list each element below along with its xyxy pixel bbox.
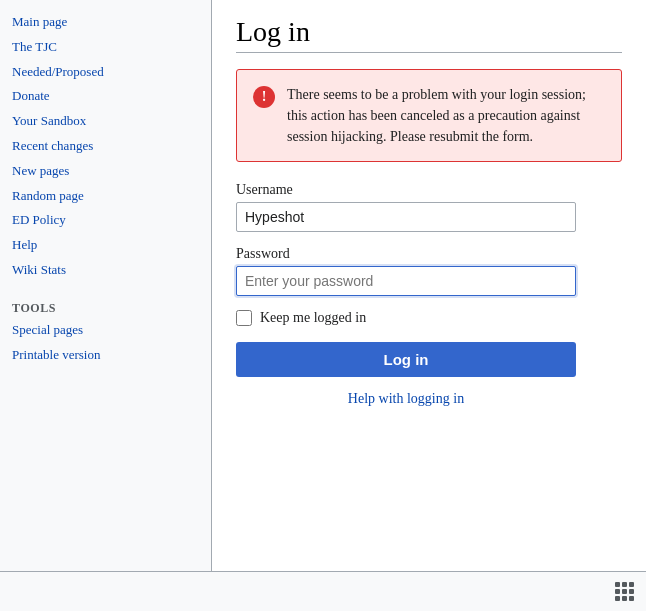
- login-form: Username Password Keep me logged in Log …: [236, 182, 622, 407]
- sidebar: Main page The TJC Needed/Proposed Donate…: [0, 0, 212, 571]
- tools-section-title: Tools: [0, 295, 211, 318]
- username-group: Username: [236, 182, 622, 232]
- grid-icon[interactable]: [615, 582, 634, 601]
- footer: [0, 571, 646, 611]
- sidebar-tools-section: Tools Special pages Printable version: [0, 295, 211, 368]
- sidebar-item-help[interactable]: Help: [0, 233, 211, 258]
- sidebar-nav-section: Main page The TJC Needed/Proposed Donate…: [0, 10, 211, 283]
- sidebar-item-random-page[interactable]: Random page: [0, 184, 211, 209]
- sidebar-item-the-tjc[interactable]: The TJC: [0, 35, 211, 60]
- help-with-logging-link[interactable]: Help with logging in: [236, 391, 576, 407]
- sidebar-item-special-pages[interactable]: Special pages: [0, 318, 211, 343]
- sidebar-item-recent-changes[interactable]: Recent changes: [0, 134, 211, 159]
- alert-box: ! There seems to be a problem with your …: [236, 69, 622, 162]
- username-label: Username: [236, 182, 622, 198]
- sidebar-item-donate[interactable]: Donate: [0, 84, 211, 109]
- username-input[interactable]: [236, 202, 576, 232]
- sidebar-item-needed-proposed[interactable]: Needed/Proposed: [0, 60, 211, 85]
- sidebar-item-wiki-stats[interactable]: Wiki Stats: [0, 258, 211, 283]
- login-button[interactable]: Log in: [236, 342, 576, 377]
- keep-logged-label[interactable]: Keep me logged in: [260, 310, 366, 326]
- password-label: Password: [236, 246, 622, 262]
- password-input[interactable]: [236, 266, 576, 296]
- alert-message: There seems to be a problem with your lo…: [287, 84, 605, 147]
- page-title: Log in: [236, 16, 622, 53]
- main-content: Log in ! There seems to be a problem wit…: [212, 0, 646, 571]
- sidebar-item-ed-policy[interactable]: ED Policy: [0, 208, 211, 233]
- alert-icon: !: [253, 86, 275, 108]
- keep-logged-checkbox[interactable]: [236, 310, 252, 326]
- sidebar-item-new-pages[interactable]: New pages: [0, 159, 211, 184]
- sidebar-item-your-sandbox[interactable]: Your Sandbox: [0, 109, 211, 134]
- sidebar-item-printable-version[interactable]: Printable version: [0, 343, 211, 368]
- password-group: Password: [236, 246, 622, 296]
- keep-logged-row: Keep me logged in: [236, 310, 622, 326]
- sidebar-item-main-page[interactable]: Main page: [0, 10, 211, 35]
